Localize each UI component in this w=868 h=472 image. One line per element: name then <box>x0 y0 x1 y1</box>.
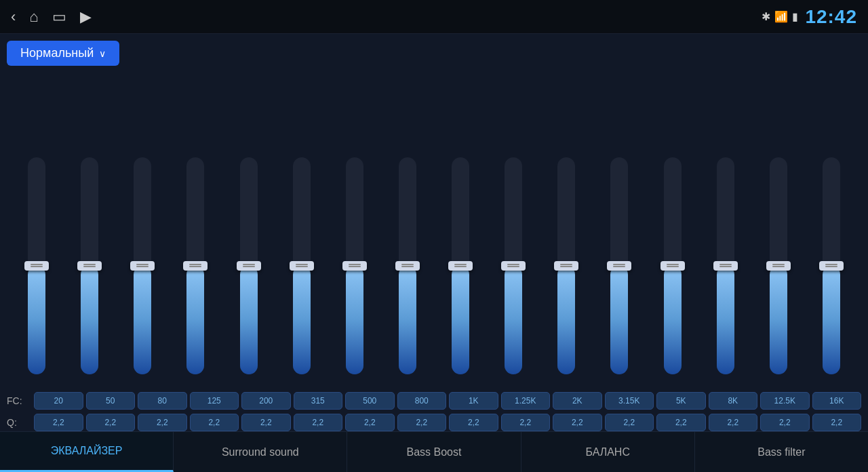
slider-track-125[interactable] <box>186 157 204 374</box>
slider-track-1.25K[interactable] <box>505 157 522 374</box>
q-btn-500[interactable]: 2,2 <box>345 414 395 431</box>
q-btn-125[interactable]: 2,2 <box>190 414 239 431</box>
slider-track-16K[interactable] <box>823 157 840 374</box>
slider-track-1K[interactable] <box>452 157 469 374</box>
slider-handle-315[interactable] <box>290 261 314 271</box>
q-btn-200[interactable]: 2,2 <box>241 414 291 431</box>
fc-btn-2K[interactable]: 2K <box>553 392 602 410</box>
fc-btn-3.15K[interactable]: 3.15K <box>605 392 654 410</box>
slider-200[interactable] <box>222 157 275 388</box>
preset-button[interactable]: Нормальный ∨ <box>7 41 119 66</box>
slider-handle-3.15K[interactable] <box>607 261 631 271</box>
tab-balance[interactable]: БАЛАНС <box>521 432 695 472</box>
tab-surround[interactable]: Surround sound <box>174 432 347 472</box>
slider-handle-8K[interactable] <box>713 261 738 271</box>
slider-handle-12.5K[interactable] <box>766 261 791 271</box>
slider-500[interactable] <box>328 157 381 388</box>
slider-track-800[interactable] <box>399 157 416 374</box>
q-btn-1.25K[interactable]: 2,2 <box>501 414 551 431</box>
slider-1.25K[interactable] <box>487 157 540 388</box>
slider-20[interactable] <box>10 157 63 388</box>
back-icon[interactable]: ‹ <box>11 8 16 26</box>
slider-handle-2K[interactable] <box>554 261 578 271</box>
fc-btn-8K[interactable]: 8K <box>709 392 758 410</box>
q-btn-80[interactable]: 2,2 <box>138 414 187 431</box>
fc-btn-315[interactable]: 315 <box>294 392 343 410</box>
slider-handle-50[interactable] <box>77 261 102 271</box>
fc-btn-500[interactable]: 500 <box>345 392 395 410</box>
slider-handle-20[interactable] <box>24 261 49 271</box>
slider-track-5K[interactable] <box>664 157 682 374</box>
slider-track-200[interactable] <box>240 157 258 374</box>
slider-50[interactable] <box>63 157 116 388</box>
slider-track-3.15K[interactable] <box>610 157 628 374</box>
chevron-down-icon: ∨ <box>99 48 106 59</box>
fc-btn-1.25K[interactable]: 1.25K <box>501 392 551 410</box>
slider-12.5K[interactable] <box>752 157 805 388</box>
slider-track-50[interactable] <box>81 157 98 374</box>
q-btn-12.5K[interactable]: 2,2 <box>760 414 810 431</box>
slider-track-80[interactable] <box>134 157 151 374</box>
fc-btn-16K[interactable]: 16K <box>812 392 862 410</box>
fc-btn-50[interactable]: 50 <box>86 392 136 410</box>
q-btn-5K[interactable]: 2,2 <box>656 414 706 431</box>
slider-handle-1.25K[interactable] <box>501 261 526 271</box>
fc-label: FC: <box>7 395 34 406</box>
q-btn-8K[interactable]: 2,2 <box>709 414 758 431</box>
slider-handle-500[interactable] <box>342 261 367 271</box>
bluetooth-icon: ✱ <box>762 10 770 23</box>
q-btn-2K[interactable]: 2,2 <box>553 414 602 431</box>
slider-track-8K[interactable] <box>717 157 734 374</box>
fc-btn-5K[interactable]: 5K <box>656 392 706 410</box>
preset-label: Нормальный <box>20 46 94 60</box>
slider-handle-800[interactable] <box>395 261 420 271</box>
fc-btn-1K[interactable]: 1K <box>449 392 498 410</box>
q-btn-1K[interactable]: 2,2 <box>449 414 498 431</box>
slider-track-2K[interactable] <box>557 157 575 374</box>
slider-handle-200[interactable] <box>237 261 261 271</box>
fc-btn-125[interactable]: 125 <box>190 392 239 410</box>
slider-handle-16K[interactable] <box>819 261 844 271</box>
slider-track-12.5K[interactable] <box>770 157 787 374</box>
slider-2K[interactable] <box>540 157 593 388</box>
q-btn-315[interactable]: 2,2 <box>294 414 343 431</box>
screen-icon[interactable]: ▭ <box>52 8 66 26</box>
slider-315[interactable] <box>275 157 328 388</box>
bottom-tabs: ЭКВАЛАЙЗЕРSurround soundBass BoostБАЛАНС… <box>0 431 868 472</box>
slider-fill-3.15K <box>610 266 628 374</box>
slider-handle-125[interactable] <box>183 261 208 271</box>
q-btn-16K[interactable]: 2,2 <box>812 414 862 431</box>
slider-1K[interactable] <box>434 157 487 388</box>
slider-handle-5K[interactable] <box>660 261 685 271</box>
tab-equalizer[interactable]: ЭКВАЛАЙЗЕР <box>0 432 174 472</box>
slider-8K[interactable] <box>699 157 752 388</box>
slider-track-315[interactable] <box>293 157 311 374</box>
slider-800[interactable] <box>381 157 434 388</box>
q-btn-20[interactable]: 2,2 <box>34 414 83 431</box>
tab-bass-boost[interactable]: Bass Boost <box>347 432 521 472</box>
slider-80[interactable] <box>116 157 169 388</box>
slider-3.15K[interactable] <box>593 157 646 388</box>
slider-125[interactable] <box>169 157 222 388</box>
fc-btn-20[interactable]: 20 <box>34 392 83 410</box>
fc-btn-800[interactable]: 800 <box>397 392 447 410</box>
fc-btn-80[interactable]: 80 <box>138 392 187 410</box>
slider-fill-125 <box>186 266 204 374</box>
fc-btn-200[interactable]: 200 <box>241 392 291 410</box>
slider-track-500[interactable] <box>346 157 363 374</box>
q-btn-50[interactable]: 2,2 <box>86 414 136 431</box>
slider-track-20[interactable] <box>28 157 45 374</box>
sliders-container <box>7 71 861 388</box>
q-row: Q: 2,22,22,22,22,22,22,22,22,22,22,22,22… <box>7 414 861 431</box>
slider-5K[interactable] <box>646 157 699 388</box>
media-icon[interactable]: ▶ <box>80 8 92 26</box>
tab-bass-filter[interactable]: Bass filter <box>695 432 868 472</box>
fc-btn-12.5K[interactable]: 12.5K <box>760 392 810 410</box>
q-btn-3.15K[interactable]: 2,2 <box>605 414 654 431</box>
slider-handle-1K[interactable] <box>448 261 473 271</box>
home-icon[interactable]: ⌂ <box>29 8 38 26</box>
slider-handle-80[interactable] <box>130 261 155 271</box>
q-btn-800[interactable]: 2,2 <box>397 414 447 431</box>
q-buttons: 2,22,22,22,22,22,22,22,22,22,22,22,22,22… <box>34 414 861 431</box>
slider-16K[interactable] <box>805 157 858 388</box>
